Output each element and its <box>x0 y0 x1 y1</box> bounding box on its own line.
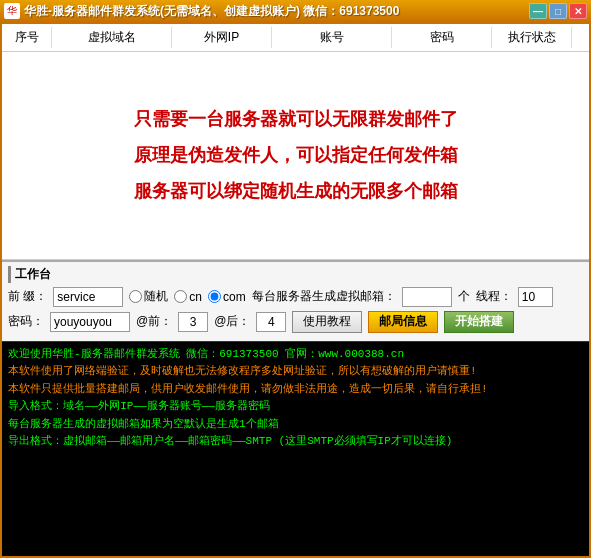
console-line: 导入格式：域名——外网IP——服务器账号——服务器密码 <box>8 398 583 416</box>
workbench-row-2: 密码： @前： @后： 使用教程 邮局信息 开始搭建 <box>8 311 583 333</box>
banner-text: 只需要一台服务器就可以无限群发邮件了 原理是伪造发件人，可以指定任何发件箱 服务… <box>114 91 478 219</box>
col-sequence: 序号 <box>2 27 52 48</box>
workbench-row-1: 前 缀： 随机 cn com 每台服务器生成虚拟邮箱： 个 线程： <box>8 287 583 307</box>
virtual-mailbox-label: 每台服务器生成虚拟邮箱： <box>252 288 396 305</box>
radio-random-label: 随机 <box>144 288 168 305</box>
prefix-label: 前 缀： <box>8 288 47 305</box>
title-bar: 华 华胜-服务器邮件群发系统(无需域名、创建虚拟账户) 微信：691373500… <box>0 0 591 22</box>
col-status: 执行状态 <box>492 27 572 48</box>
virtual-mailbox-input[interactable] <box>402 287 452 307</box>
at-before-input[interactable] <box>178 312 208 332</box>
console-line: 本软件使用了网络端验证，及时破解也无法修改程序多处网址验证，所以有想破解的用户请… <box>8 363 583 381</box>
mailbox-info-button[interactable]: 邮局信息 <box>368 311 438 333</box>
console-panel: 欢迎使用华胜-服务器邮件群发系统 微信：691373500 官网：www.000… <box>2 341 589 557</box>
threads-label: 线程： <box>476 288 512 305</box>
radio-com-item[interactable]: com <box>208 290 246 304</box>
banner-line3: 服务器可以绑定随机生成的无限多个邮箱 <box>134 173 458 209</box>
col-account: 账号 <box>272 27 392 48</box>
radio-com-label: com <box>223 290 246 304</box>
workbench-title: 工作台 <box>8 266 583 283</box>
table-header: 序号 虚拟域名 外网IP 账号 密码 执行状态 <box>2 24 589 52</box>
col-virtual-domain: 虚拟域名 <box>52 27 172 48</box>
start-button[interactable]: 开始搭建 <box>444 311 514 333</box>
radio-group-domain: 随机 cn com <box>129 288 245 305</box>
app-icon: 华 <box>4 3 20 19</box>
banner-line1: 只需要一台服务器就可以无限群发邮件了 <box>134 101 458 137</box>
title-text: 华胜-服务器邮件群发系统(无需域名、创建虚拟账户) 微信：691373500 <box>24 3 399 20</box>
at-after-label: @后： <box>214 313 250 330</box>
restore-button[interactable]: □ <box>549 3 567 19</box>
console-line: 本软件只提供批量搭建邮局，供用户收发邮件使用，请勿做非法用途，造成一切后果，请自… <box>8 381 583 399</box>
threads-input[interactable] <box>518 287 553 307</box>
radio-random-item[interactable]: 随机 <box>129 288 168 305</box>
console-line: 每台服务器生成的虚拟邮箱如果为空默认是生成1个邮箱 <box>8 416 583 434</box>
radio-cn[interactable] <box>174 290 187 303</box>
workbench-panel: 工作台 前 缀： 随机 cn com 每台服务器生成虚拟邮箱： <box>2 260 589 341</box>
close-button[interactable]: ✕ <box>569 3 587 19</box>
console-line: 欢迎使用华胜-服务器邮件群发系统 微信：691373500 官网：www.000… <box>8 346 583 364</box>
table-body: 只需要一台服务器就可以无限群发邮件了 原理是伪造发件人，可以指定任何发件箱 服务… <box>2 52 589 260</box>
main-window: 序号 虚拟域名 外网IP 账号 密码 执行状态 只需要一台服务器就可以无限群发邮… <box>0 22 591 558</box>
prefix-input[interactable] <box>53 287 123 307</box>
radio-random[interactable] <box>129 290 142 303</box>
radio-cn-label: cn <box>189 290 202 304</box>
radio-cn-item[interactable]: cn <box>174 290 202 304</box>
at-before-label: @前： <box>136 313 172 330</box>
per-unit-label: 个 <box>458 288 470 305</box>
at-after-input[interactable] <box>256 312 286 332</box>
title-buttons: — □ ✕ <box>529 3 587 19</box>
tutorial-button[interactable]: 使用教程 <box>292 311 362 333</box>
banner-line2: 原理是伪造发件人，可以指定任何发件箱 <box>134 137 458 173</box>
col-external-ip: 外网IP <box>172 27 272 48</box>
password-label: 密码： <box>8 313 44 330</box>
minimize-button[interactable]: — <box>529 3 547 19</box>
col-password: 密码 <box>392 27 492 48</box>
console-line: 导出格式：虚拟邮箱——邮箱用户名——邮箱密码——SMTP (这里SMTP必须填写… <box>8 433 583 451</box>
password-input[interactable] <box>50 312 130 332</box>
radio-com[interactable] <box>208 290 221 303</box>
